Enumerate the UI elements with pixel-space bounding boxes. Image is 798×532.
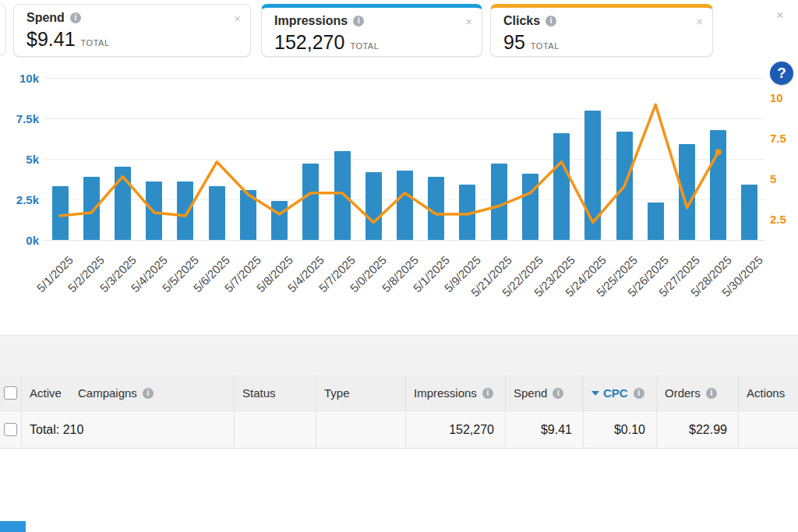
sort-desc-icon <box>591 391 599 396</box>
info-icon[interactable]: i <box>634 388 644 399</box>
info-icon[interactable]: i <box>553 388 563 399</box>
metric-card-impressions[interactable]: Impressions i × 152,270 TOTAL <box>261 4 482 57</box>
table-header-row: Active Campaignsi Status Type Impression… <box>0 375 798 411</box>
total-actions <box>738 411 798 448</box>
col-header-actions: Actions <box>738 375 798 410</box>
total-type <box>316 411 405 448</box>
left-axis-tick: 7.5k <box>16 112 39 125</box>
left-axis-tick: 10k <box>19 72 39 85</box>
card-unit: TOTAL <box>531 41 560 51</box>
info-icon[interactable]: i <box>70 12 81 23</box>
total-label: Total: 210 <box>22 411 234 448</box>
info-icon[interactable]: i <box>353 16 364 26</box>
left-axis-tick: 0k <box>26 234 39 247</box>
card-title: Impressions <box>274 14 348 28</box>
col-header-campaigns[interactable]: Campaignsi <box>70 375 234 410</box>
total-status <box>234 411 316 448</box>
total-orders: $22.99 <box>656 411 738 448</box>
close-icon[interactable]: × <box>234 12 241 25</box>
col-header-cpc-sorted[interactable]: CPCi <box>583 375 656 410</box>
left-axis-tick: 2.5k <box>16 193 39 206</box>
info-icon[interactable]: i <box>706 388 717 399</box>
col-header-impressions[interactable]: Impressionsi <box>405 375 505 410</box>
info-icon[interactable]: i <box>482 388 493 399</box>
clicks-line <box>44 78 765 240</box>
campaigns-table: Active Campaignsi Status Type Impression… <box>0 375 798 449</box>
row-checkbox[interactable] <box>4 423 17 436</box>
toolbar: Create campaign new campaign × Filter by… <box>0 335 798 375</box>
col-header-status[interactable]: Status <box>234 375 316 410</box>
close-icon[interactable]: × <box>696 15 703 28</box>
metric-card-spend[interactable]: Spend i × $9.41 TOTAL <box>13 4 251 57</box>
right-axis-tick: 5 <box>770 172 776 185</box>
card-unit: TOTAL <box>350 41 379 51</box>
right-axis-tick: 7.5 <box>770 132 786 145</box>
help-icon[interactable]: ? <box>770 62 793 85</box>
total-spend: $9.41 <box>505 411 583 448</box>
col-header-orders[interactable]: Ordersi <box>656 375 738 410</box>
info-icon[interactable]: i <box>143 388 154 399</box>
card-value: 152,270 <box>274 31 344 54</box>
card-value: $9.41 <box>26 28 76 51</box>
partial-bottom-left-element <box>0 521 26 532</box>
card-title: Spend <box>26 11 65 25</box>
card-title: Clicks <box>503 14 540 28</box>
partial-card-left-edge <box>0 4 6 56</box>
close-icon[interactable]: × <box>776 8 784 23</box>
left-axis-tick: 5k <box>26 153 39 166</box>
info-icon[interactable]: i <box>546 16 556 26</box>
x-axis-line <box>44 240 765 241</box>
line-endpoint-dot <box>715 149 722 155</box>
chart-plot-area <box>44 78 765 240</box>
right-axis-tick: 10 <box>770 91 783 104</box>
total-cpc: $0.10 <box>583 411 656 448</box>
table-total-row: Total: 210 152,270 $9.41 $0.10 $22.99 <box>0 411 798 449</box>
card-value: 95 <box>503 31 525 54</box>
total-impressions: 152,270 <box>405 411 505 448</box>
col-header-spend[interactable]: Spendi <box>505 375 583 410</box>
close-icon[interactable]: × <box>465 15 472 28</box>
metric-card-clicks[interactable]: Clicks i × 95 TOTAL <box>490 4 713 57</box>
col-header-type[interactable]: Type <box>316 375 405 410</box>
col-header-active[interactable]: Active <box>22 375 70 410</box>
right-axis-tick: 2.5 <box>770 213 786 226</box>
select-all-checkbox[interactable] <box>4 386 17 400</box>
card-unit: TOTAL <box>81 38 110 48</box>
